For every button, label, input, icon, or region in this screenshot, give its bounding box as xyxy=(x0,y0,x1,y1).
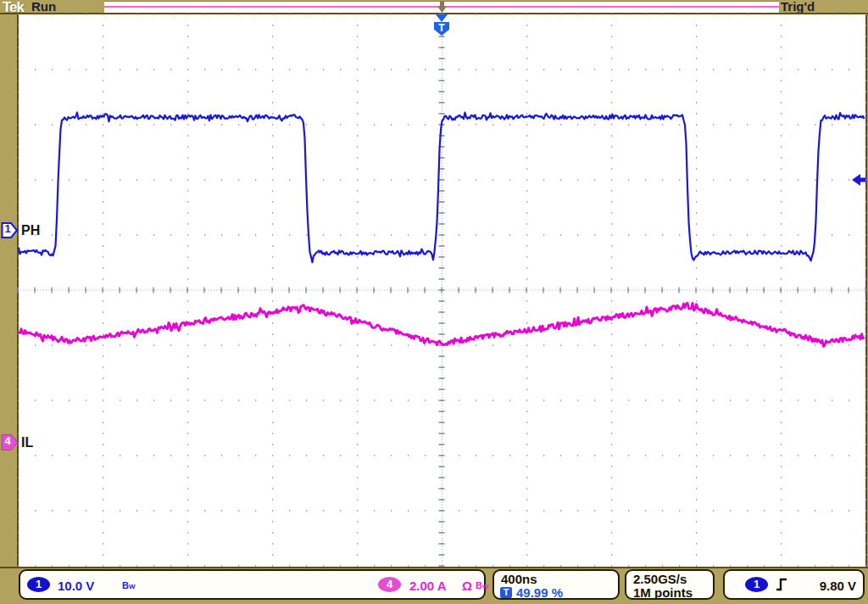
ch1-marker-number: 1 xyxy=(1,222,14,235)
trigger-source-badge: 1 xyxy=(745,577,768,592)
timebase-readout: 400ns xyxy=(501,572,537,586)
ch1-bandwidth-icon: BW xyxy=(122,580,136,590)
ch4-badge: 4 xyxy=(378,577,401,592)
trigger-level-readout: 9.80 V xyxy=(820,579,856,593)
ch4-scale-readout: 2.00 A xyxy=(409,579,447,593)
graticule-area xyxy=(19,14,865,567)
record-length-readout: 1M points xyxy=(633,585,693,600)
left-border xyxy=(17,14,19,567)
acquisition-readout-box[interactable]: 2.50GS/s 1M points xyxy=(625,569,715,600)
right-border xyxy=(865,14,867,567)
ch1-position-marker[interactable]: 1 xyxy=(1,221,19,239)
bottom-border xyxy=(0,567,868,568)
acquisition-status: Run xyxy=(31,0,56,13)
horizontal-readout-box[interactable]: 400ns T 49.99 % xyxy=(492,569,620,600)
record-view-strip xyxy=(104,1,779,13)
rising-edge-icon xyxy=(776,578,788,591)
trigger-readout-box[interactable]: 1 9.80 V xyxy=(723,569,865,600)
trigger-position-t-icon: T xyxy=(500,587,512,598)
ch1-badge: 1 xyxy=(27,577,50,592)
sample-rate-readout: 2.50GS/s xyxy=(633,572,687,586)
trigger-position-marker-icon[interactable] xyxy=(437,2,447,13)
trigger-point-arrow-icon xyxy=(436,14,448,22)
ch1-scale-readout: 10.0 V xyxy=(58,579,94,593)
ch4-position-marker[interactable]: 4 xyxy=(1,433,19,451)
oscilloscope-bezel: Tek Run Trig'd T 1 PH 4 IL 1 10.0 V BW 4… xyxy=(0,0,868,604)
ch4-waveform-label: IL xyxy=(21,434,33,451)
channel-readout-box[interactable]: 1 10.0 V BW 4 2.00 A Ω BW xyxy=(19,569,486,600)
ch1-waveform-label: PH xyxy=(21,222,40,239)
trigger-position-readout: 49.99 % xyxy=(516,585,563,600)
trigger-status: Trig'd xyxy=(781,0,815,13)
ch4-impedance-icon: Ω xyxy=(462,579,472,593)
ch4-bandwidth-icon: BW xyxy=(476,580,489,590)
ch4-marker-number: 4 xyxy=(1,434,14,447)
trigger-t-label: T xyxy=(438,22,444,34)
